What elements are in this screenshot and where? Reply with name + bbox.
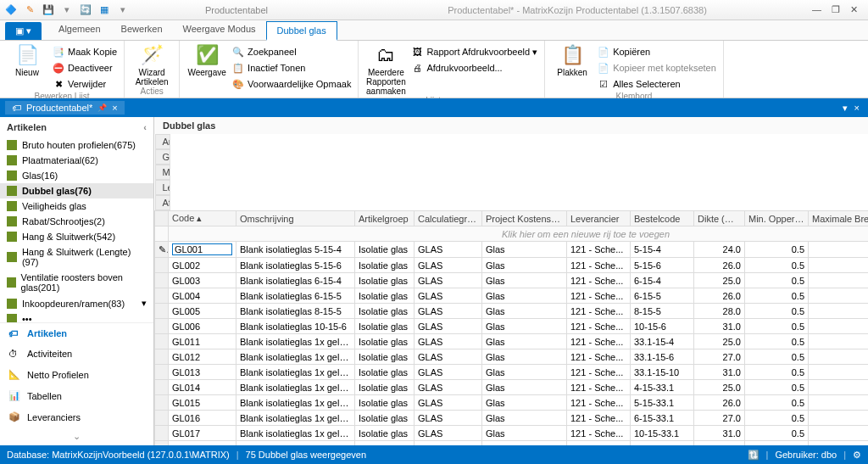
status-refresh-icon[interactable]: 🔃: [748, 450, 760, 461]
cell-artikelgroep[interactable]: Isolatie glas: [355, 426, 415, 441]
cell-mb[interactable]: 0.0: [809, 395, 869, 411]
deactiveer-button[interactable]: ⛔Deactiveer: [53, 60, 117, 75]
cell-calc[interactable]: GLAS: [415, 319, 482, 334]
new-row-placeholder[interactable]: Klik hier om een nieuwe rij toe te voege…: [169, 226, 869, 242]
cell-code[interactable]: GL004: [169, 288, 236, 304]
table-row[interactable]: GL005Blank isolatieglas 8-15-5Isolatie g…: [155, 304, 869, 319]
cell-mb[interactable]: 0.0: [809, 365, 869, 380]
cell-kostensoort[interactable]: Glas: [482, 411, 567, 426]
column-header[interactable]: Artikelgroep: [355, 211, 415, 226]
cell-kostensoort[interactable]: Glas: [482, 426, 567, 441]
cell-mb[interactable]: 0.0: [809, 304, 869, 319]
cell-code[interactable]: GL005: [169, 304, 236, 319]
cell-artikelgroep[interactable]: Isolatie glas: [355, 395, 415, 411]
restore-button[interactable]: ❐: [832, 4, 840, 15]
cell-artikelgroep[interactable]: Isolatie glas: [355, 380, 415, 395]
cell-dikte[interactable]: 27.0: [694, 349, 745, 365]
cell-bestelcode[interactable]: 5-15-33.1: [631, 395, 694, 411]
meerdere-rapporten-aanmaken-button[interactable]: 🗂Meerdere Rapporten aanmaken: [365, 42, 406, 96]
cell-artikelgroep[interactable]: Isolatie glas: [355, 411, 415, 426]
sidebar-item[interactable]: Hang & Sluitwerk(542): [0, 229, 153, 244]
document-tab[interactable]: 🏷 Productentabel* 📌 ×: [5, 101, 125, 115]
tab-algemeen[interactable]: Algemeen: [48, 20, 111, 40]
cell-mb[interactable]: 0.0: [809, 334, 869, 349]
sidebar-item[interactable]: Plaatmateriaal(62): [0, 153, 153, 168]
cell-calc[interactable]: GLAS: [415, 426, 482, 441]
cell-bestelcode[interactable]: 33.1-15-6: [631, 349, 694, 365]
table-row[interactable]: GL013Blank isolatieglas 1x gela...Isolat…: [155, 365, 869, 380]
sidebar-collapse-icon[interactable]: ‹: [143, 122, 147, 132]
column-header[interactable]: Min. Oppervlak: [745, 211, 809, 226]
cell-calc[interactable]: GLAS: [415, 288, 482, 304]
cell-omschrijving[interactable]: Blank isolatieglas 1x gela...: [236, 395, 355, 411]
cell-kostensoort[interactable]: Glas: [482, 395, 567, 411]
tab-weergave-modus[interactable]: Weergave Modus: [173, 20, 266, 40]
panel-close-icon[interactable]: ×: [851, 103, 863, 113]
cell-dikte[interactable]: 28.0: [694, 304, 745, 319]
sidebar-item[interactable]: Glas(16): [0, 168, 153, 183]
cell-dikte[interactable]: 27.0: [694, 411, 745, 426]
cell-mb[interactable]: 0.0: [809, 288, 869, 304]
cell-calc[interactable]: GLAS: [415, 334, 482, 349]
table-row[interactable]: GL003Blank isolatieglas 6-15-4Isolatie g…: [155, 273, 869, 288]
cell-artikelgroep[interactable]: Isolatie glas: [355, 258, 415, 273]
cell-dikte[interactable]: 24.0: [694, 242, 745, 258]
file-tab[interactable]: ▣ ▾: [5, 22, 42, 40]
cell-code[interactable]: GL014: [169, 380, 236, 395]
column-header[interactable]: Calculatiegroep: [415, 211, 482, 226]
minimize-button[interactable]: —: [812, 4, 821, 15]
column-header[interactable]: Bestelcode: [631, 211, 694, 226]
cell-dikte[interactable]: 26.0: [694, 288, 745, 304]
cell-calc[interactable]: GLAS: [415, 304, 482, 319]
grid-icon[interactable]: ▦: [97, 3, 112, 18]
cell-leverancier[interactable]: 121 - Sche...: [567, 349, 631, 365]
cell-omschrijving[interactable]: Blank isolatieglas 6-15-5: [236, 288, 355, 304]
panel-dropdown-icon[interactable]: ▾: [839, 103, 851, 114]
cell-bestelcode[interactable]: 4-15-33.1: [631, 380, 694, 395]
cell-artikelgroep[interactable]: Isolatie glas: [355, 319, 415, 334]
sidebar-more-icon[interactable]: ⌄: [0, 428, 153, 445]
cell-omschrijving[interactable]: Blank isolatieglas 5-15-4: [236, 242, 355, 258]
sidebar-item[interactable]: Inkoopdeuren/ramen(83)▾: [0, 295, 153, 311]
cell-calc[interactable]: GLAS: [415, 365, 482, 380]
cell-min[interactable]: 0.5: [745, 242, 809, 258]
cell-mb[interactable]: 0.0: [809, 319, 869, 334]
afdrukvoorbeeld--button[interactable]: 🖨Afdrukvoorbeeld...: [411, 60, 537, 75]
tab-dubbel-glas[interactable]: Dubbel glas: [266, 21, 337, 41]
cell-bestelcode[interactable]: 10-15-33.1: [631, 426, 694, 441]
cell-artikelgroep[interactable]: Isolatie glas: [355, 365, 415, 380]
refresh-icon[interactable]: 🔄: [78, 3, 93, 18]
cell-omschrijving[interactable]: Blank isolatieglas 10-15-6: [236, 319, 355, 334]
group-header[interactable]: Afmetingen: [155, 195, 170, 210]
cell-dikte[interactable]: 26.0: [694, 258, 745, 273]
table-row[interactable]: GL014Blank isolatieglas 1x gela...Isolat…: [155, 380, 869, 395]
cell-dikte[interactable]: 25.0: [694, 334, 745, 349]
group-header[interactable]: Artikel: [155, 134, 170, 149]
cell-calc[interactable]: GLAS: [415, 258, 482, 273]
status-settings-icon[interactable]: ⚙: [853, 450, 861, 461]
cell-omschrijving[interactable]: Blank isolatieglas 6-15-4: [236, 273, 355, 288]
sidebar-item[interactable]: •••: [0, 311, 153, 322]
rapport-afdrukvoorbeeld--button[interactable]: 🖼Rapport Afdrukvoorbeeld ▾: [411, 44, 537, 59]
cell-leverancier[interactable]: 121 - Sche...: [567, 273, 631, 288]
column-header[interactable]: Project Kostensoort: [482, 211, 567, 226]
cell-dikte[interactable]: 25.0: [694, 380, 745, 395]
nav-item-netto-profielen[interactable]: 📐Netto Profielen: [0, 364, 153, 385]
cell-code[interactable]: GL015: [169, 395, 236, 411]
table-row[interactable]: GL002Blank isolatieglas 5-15-6Isolatie g…: [155, 258, 869, 273]
cell-min[interactable]: 0.5: [745, 365, 809, 380]
sidebar-item[interactable]: Dubbel glas(76): [0, 183, 153, 198]
cell-kostensoort[interactable]: Glas: [482, 380, 567, 395]
cell-artikelgroep[interactable]: Isolatie glas: [355, 334, 415, 349]
cell-min[interactable]: 0.5: [745, 426, 809, 441]
cell-omschrijving[interactable]: Blank isolatieglas 5-15-6: [236, 258, 355, 273]
table-row[interactable]: GL015Blank isolatieglas 1x gela...Isolat…: [155, 395, 869, 411]
table-row[interactable]: GL006Blank isolatieglas 10-15-6Isolatie …: [155, 319, 869, 334]
cell-code[interactable]: GL011: [169, 334, 236, 349]
cell-leverancier[interactable]: 121 - Sche...: [567, 288, 631, 304]
zoekpaneel-button[interactable]: 🔍Zoekpaneel: [232, 44, 351, 59]
cell-kostensoort[interactable]: Glas: [482, 334, 567, 349]
nieuw-button[interactable]: 📄Nieuw: [7, 42, 47, 77]
cell-bestelcode[interactable]: 10-15-6: [631, 319, 694, 334]
cell-code[interactable]: GL006: [169, 319, 236, 334]
